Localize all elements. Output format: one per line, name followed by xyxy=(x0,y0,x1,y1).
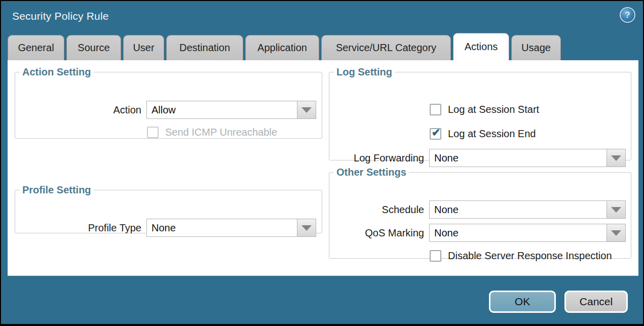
help-icon[interactable]: ? xyxy=(621,8,634,22)
tab-source-label: Source xyxy=(78,42,109,54)
send-icmp-unreachable-row: Send ICMP Unreachable xyxy=(147,127,277,138)
disable-server-response-inspection-label: Disable Server Response Inspection xyxy=(448,250,612,262)
tab-application-label: Application xyxy=(257,42,307,54)
chevron-down-icon[interactable] xyxy=(297,219,316,236)
log-setting-legend: Log Setting xyxy=(334,66,395,77)
qos-marking-dropdown[interactable]: None xyxy=(429,224,626,242)
log-forwarding-dropdown-value: None xyxy=(430,149,607,167)
action-dropdown[interactable]: Allow xyxy=(146,101,316,119)
log-at-session-start-row: Log at Session Start xyxy=(430,104,539,115)
qos-marking-label: QoS Marking xyxy=(330,227,429,239)
profile-type-dropdown[interactable]: None xyxy=(146,219,316,237)
action-dropdown-value: Allow xyxy=(147,101,297,118)
log-at-session-start-checkbox[interactable] xyxy=(430,104,441,115)
action-row: Action Allow xyxy=(16,101,316,119)
log-at-session-end-row: Log at Session End xyxy=(430,128,536,140)
tab-actions-label: Actions xyxy=(465,41,498,53)
log-forwarding-row: Log Forwarding None xyxy=(330,149,626,167)
profile-type-dropdown-value: None xyxy=(147,219,297,236)
log-at-session-start-label: Log at Session Start xyxy=(448,104,539,115)
qos-marking-row: QoS Marking None xyxy=(330,224,626,242)
log-forwarding-label: Log Forwarding xyxy=(330,152,429,164)
action-setting-legend: Action Setting xyxy=(20,66,94,77)
log-setting-group: Log Setting Log at Session Start Log at … xyxy=(329,66,631,160)
chevron-down-glyph xyxy=(611,155,621,161)
other-settings-legend: Other Settings xyxy=(334,167,409,178)
tab-bar: General Source User Destination Applicat… xyxy=(8,35,561,60)
tab-service-url-category[interactable]: Service/URL Category xyxy=(321,35,451,60)
schedule-dropdown[interactable]: None xyxy=(429,200,626,219)
action-setting-group: Action Setting Action Allow Send ICMP Un… xyxy=(15,66,322,139)
tab-usage[interactable]: Usage xyxy=(511,35,561,60)
disable-server-response-inspection-checkbox[interactable] xyxy=(430,250,441,262)
tab-source[interactable]: Source xyxy=(66,35,121,60)
tab-usage-label: Usage xyxy=(521,42,551,54)
tab-user-label: User xyxy=(133,42,154,54)
dialog-title: Security Policy Rule xyxy=(12,10,109,22)
log-at-session-end-checkbox[interactable] xyxy=(430,128,441,140)
chevron-down-icon[interactable] xyxy=(607,149,625,167)
schedule-row: Schedule None xyxy=(330,200,626,219)
profile-setting-group: Profile Setting Profile Type None xyxy=(15,184,322,233)
cancel-button[interactable]: Cancel xyxy=(564,291,628,313)
send-icmp-unreachable-checkbox xyxy=(147,127,159,138)
actions-tab-panel: Action Setting Action Allow Send ICMP Un… xyxy=(8,60,638,275)
log-at-session-end-label: Log at Session End xyxy=(448,128,536,140)
chevron-down-glyph xyxy=(611,230,621,236)
profile-type-row: Profile Type None xyxy=(16,219,316,237)
schedule-dropdown-value: None xyxy=(430,201,607,218)
security-policy-rule-dialog: Security Policy Rule ? General Source Us… xyxy=(1,1,643,324)
schedule-label: Schedule xyxy=(330,204,429,216)
qos-marking-dropdown-value: None xyxy=(430,224,607,241)
tab-general-label: General xyxy=(18,42,54,54)
disable-server-response-inspection-row: Disable Server Response Inspection xyxy=(430,250,612,262)
tab-user[interactable]: User xyxy=(123,35,164,60)
chevron-down-icon[interactable] xyxy=(607,224,625,241)
profile-type-label: Profile Type xyxy=(16,222,146,234)
action-label: Action xyxy=(16,104,146,116)
tab-general[interactable]: General xyxy=(8,35,64,60)
send-icmp-unreachable-label: Send ICMP Unreachable xyxy=(165,127,277,138)
chevron-down-glyph xyxy=(301,107,312,113)
tab-actions[interactable]: Actions xyxy=(453,33,509,60)
profile-setting-legend: Profile Setting xyxy=(20,184,94,195)
log-forwarding-dropdown[interactable]: None xyxy=(429,149,626,167)
chevron-down-icon[interactable] xyxy=(607,201,625,218)
tab-destination-label: Destination xyxy=(179,42,230,54)
chevron-down-glyph xyxy=(301,225,312,231)
tab-service-url-category-label: Service/URL Category xyxy=(336,42,436,54)
chevron-down-glyph xyxy=(611,207,621,213)
tab-application[interactable]: Application xyxy=(245,35,319,60)
ok-button[interactable]: OK xyxy=(489,291,556,313)
other-settings-group: Other Settings Schedule None QoS Marking… xyxy=(329,167,631,259)
chevron-down-icon[interactable] xyxy=(297,101,316,118)
tab-destination[interactable]: Destination xyxy=(166,35,243,60)
